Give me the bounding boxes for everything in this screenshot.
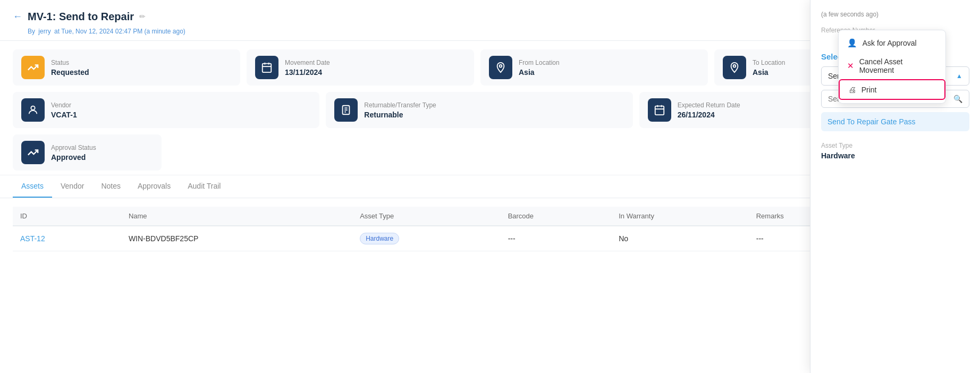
status-card-content: Status Requested [51,59,89,77]
back-button[interactable]: ← [13,11,22,22]
asset-type-value: Hardware [821,151,969,160]
to-location-label: To Location [753,59,785,66]
ask-for-approval-label: Ask for Approval [863,39,917,47]
transfer-type-card: Returnable/Transfer Type Returnable [326,92,632,128]
vendor-value: VCAT-1 [51,111,77,119]
status-label: Status [51,59,89,66]
to-location-content: To Location Asia [753,59,785,77]
vendor-content: Vendor VCAT-1 [51,101,77,119]
approval-status-value: Approved [51,153,96,162]
right-panel-timestamp: (a few seconds ago) [821,11,969,18]
col-in-warranty: In Warranty [611,207,748,226]
col-id: ID [13,207,121,226]
expected-return-icon [648,98,671,122]
approval-status-icon [21,141,45,164]
expected-return-label: Expected Return Date [678,101,740,109]
chevron-up-icon: ▲ [956,72,962,80]
transfer-type-label: Returnable/Transfer Type [364,101,436,109]
svg-point-8 [733,65,736,67]
svg-rect-14 [655,106,664,115]
cancel-asset-movement-label: Cancel Asset Movement [859,57,937,74]
tab-notes[interactable]: Notes [92,175,129,198]
cancel-icon: ✕ [847,61,854,71]
subtitle-suffix: at Tue, Nov 12, 2024 02:47 PM (a minute … [54,28,185,35]
subtitle-prefix: By [28,28,35,35]
movement-date-label: Movement Date [285,59,330,66]
col-asset-type: Asset Type [352,207,500,226]
cancel-asset-movement-item[interactable]: ✕ Cancel Asset Movement [839,53,945,79]
transfer-type-icon [334,98,358,122]
cell-name: WIN-BDVD5BF25CP [121,226,352,251]
vendor-card: Vendor VCAT-1 [13,92,319,128]
tab-audit-trail[interactable]: Audit Trail [179,175,229,198]
transfer-type-value: Returnable [364,111,436,119]
print-item[interactable]: 🖨 Print [839,79,945,100]
to-location-icon [723,56,746,79]
from-location-card: From Location Asia [480,49,708,86]
col-name: Name [121,207,352,226]
cell-in-warranty: No [611,226,748,251]
search-icon: 🔍 [953,95,962,103]
asset-type-badge: Hardware [360,233,399,244]
svg-point-9 [31,106,35,110]
approval-status-content: Approval Status Approved [51,144,96,162]
transfer-type-content: Returnable/Transfer Type Returnable [364,101,436,119]
template-option-send-to-repair[interactable]: Send To Repair Gate Pass [821,112,969,131]
edit-icon[interactable]: ✏ [139,12,146,21]
calendar-icon [255,56,278,79]
tab-approvals[interactable]: Approvals [129,175,179,198]
status-icon [21,56,45,79]
movement-date-content: Movement Date 13/11/2024 [285,59,330,77]
asset-type-section: Asset Type Hardware [821,142,969,160]
asset-id-link[interactable]: AST-12 [20,234,45,243]
tab-assets[interactable]: Assets [13,175,52,198]
cell-id: AST-12 [13,226,121,251]
ask-for-approval-item[interactable]: 👤 Ask for Approval [839,33,945,53]
print-icon: 🖨 [848,85,856,94]
col-barcode: Barcode [501,207,612,226]
from-location-value: Asia [519,68,560,77]
vendor-icon [21,98,45,122]
to-location-value: Asia [753,68,785,77]
from-location-content: From Location Asia [519,59,560,77]
expected-return-value: 26/11/2024 [678,111,740,119]
tab-vendor[interactable]: Vendor [52,175,92,198]
from-location-label: From Location [519,59,560,66]
asset-type-label: Asset Type [821,142,969,149]
status-value: Requested [51,68,89,77]
movement-date-value: 13/11/2024 [285,68,330,77]
from-location-icon [489,56,512,79]
cell-barcode: --- [501,226,612,251]
expected-return-content: Expected Return Date 26/11/2024 [678,101,740,119]
page-title: MV-1: Send to Repair [28,11,134,23]
subtitle-user[interactable]: jerry [38,28,50,35]
approval-status-label: Approval Status [51,144,96,151]
print-label: Print [861,86,877,94]
approval-status-card: Approval Status Approved [13,134,162,171]
cell-asset-type: Hardware [352,226,500,251]
dropdown-menu: 👤 Ask for Approval ✕ Cancel Asset Moveme… [838,30,946,104]
svg-rect-3 [263,64,272,73]
movement-date-card: Movement Date 13/11/2024 [247,49,474,86]
user-icon: 👤 [847,38,857,48]
svg-point-7 [500,65,502,67]
status-card: Status Requested [13,49,240,86]
vendor-label: Vendor [51,101,77,109]
